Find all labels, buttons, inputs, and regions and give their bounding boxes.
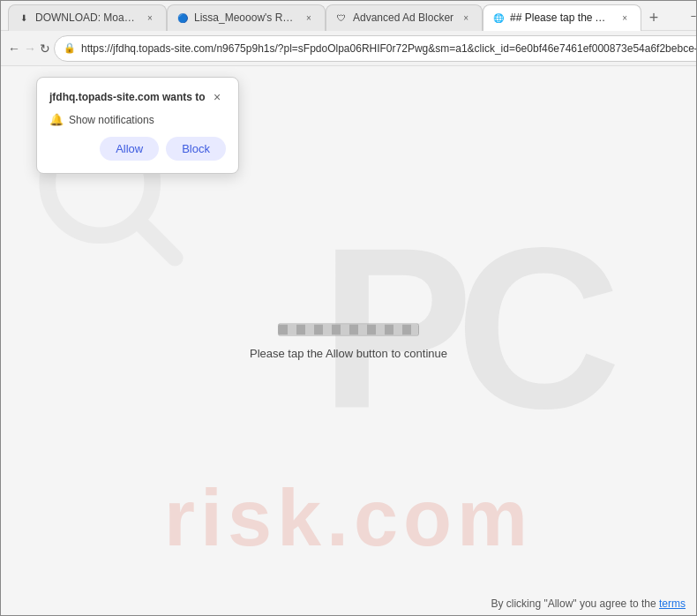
notif-header: jfdhq.topads-site.com wants to × [49, 88, 226, 106]
tab-2[interactable]: 🔵 Lissa_Meooow's Room @ Chi... × [167, 4, 326, 31]
notif-close-button[interactable]: × [208, 88, 226, 106]
terms-link[interactable]: terms [659, 597, 686, 610]
tab-label-4: ## Please tap the Allow butto... [510, 11, 612, 24]
progress-bar-fill [279, 325, 418, 335]
notif-site: jfdhq.topads-site.com wants to [49, 91, 206, 103]
back-button[interactable]: ← [8, 35, 20, 62]
tab-label-3: Advanced Ad Blocker [353, 11, 453, 24]
tab-strip: ⬇ DOWNLOAD: Moana 2 (2024) × 🔵 Lissa_Meo… [8, 1, 666, 31]
notif-site-name: jfdhq.topads-site.com [49, 91, 160, 103]
address-bar[interactable]: 🔒 https://jfdhq.topads-site.com/n9675p9h… [54, 35, 697, 62]
new-tab-button[interactable]: + [641, 6, 666, 31]
tab-1[interactable]: ⬇ DOWNLOAD: Moana 2 (2024) × [8, 4, 167, 31]
svg-line-1 [141, 224, 175, 258]
bell-icon: 🔔 [49, 113, 64, 126]
tab-close-1[interactable]: × [143, 11, 157, 25]
bottom-text: By clicking "Allow" you agree to the [491, 597, 656, 610]
window-controls: − □ ✕ [673, 3, 697, 29]
page-content: PC risk.com Please tap the Allow button … [1, 66, 696, 616]
reload-button[interactable]: ↻ [40, 35, 50, 62]
tab-4[interactable]: 🌐 ## Please tap the Allow butto... × [483, 4, 641, 31]
tab-favicon-3: 🛡 [335, 11, 348, 24]
block-button[interactable]: Block [166, 137, 226, 161]
notif-show-label: Show notifications [69, 114, 154, 126]
notif-buttons: Allow Block [49, 137, 226, 161]
forward-button[interactable]: → [24, 35, 36, 62]
tab-label-2: Lissa_Meooow's Room @ Chi... [194, 11, 296, 24]
tab-3[interactable]: 🛡 Advanced Ad Blocker × [326, 4, 483, 31]
tab-close-2[interactable]: × [302, 11, 316, 25]
progress-text: Please tap the Allow button to continue [250, 347, 447, 360]
notif-wants-to: wants to [160, 91, 206, 103]
allow-button[interactable]: Allow [100, 137, 159, 161]
bottom-right-text: By clicking "Allow" you agree to the ter… [491, 597, 686, 610]
tab-favicon-1: ⬇ [18, 11, 30, 24]
notification-popup: jfdhq.topads-site.com wants to × 🔔 Show … [36, 77, 239, 174]
center-content: Please tap the Allow button to continue [250, 324, 447, 360]
minimize-button[interactable]: − [673, 3, 697, 29]
url-text: https://jfdhq.topads-site.com/n9675p9h1s… [81, 42, 697, 55]
tab-close-3[interactable]: × [459, 11, 473, 25]
lock-icon: 🔒 [64, 42, 76, 54]
nav-bar: ← → ↻ 🔒 https://jfdhq.topads-site.com/n9… [1, 31, 696, 66]
watermark-risk: risk.com [164, 473, 533, 564]
tab-label-1: DOWNLOAD: Moana 2 (2024) [35, 11, 138, 24]
notif-row: 🔔 Show notifications [49, 113, 226, 126]
tab-favicon-2: 🔵 [176, 11, 189, 24]
progress-bar [278, 324, 419, 336]
title-bar: ⬇ DOWNLOAD: Moana 2 (2024) × 🔵 Lissa_Meo… [1, 1, 696, 31]
tab-close-4[interactable]: × [618, 11, 632, 25]
tab-favicon-4: 🌐 [492, 11, 505, 24]
